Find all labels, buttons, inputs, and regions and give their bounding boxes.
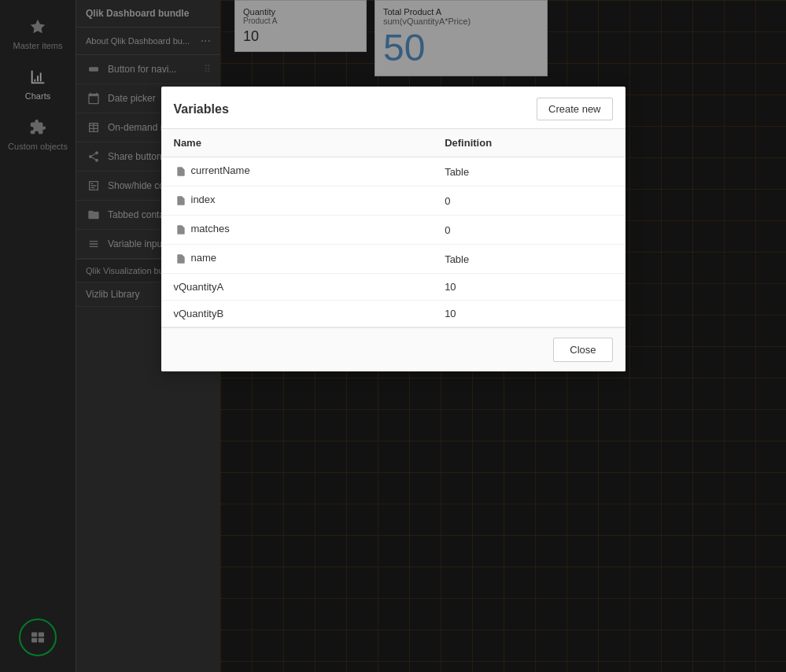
variable-name-cell: currentName [161, 157, 433, 186]
variable-name-text: index [191, 194, 216, 205]
variable-name-cell: index [161, 186, 433, 216]
close-button[interactable]: Close [553, 338, 612, 362]
variable-name-cell: vQuantityB [161, 301, 433, 327]
variable-icon [174, 164, 188, 179]
variable-definition-cell: 0 [432, 186, 625, 216]
variable-name-cell: vQuantityA [161, 274, 433, 301]
variable-name-cell: matches [161, 216, 433, 245]
col-definition-header: Definition [432, 129, 625, 157]
modal-header: Variables Create new [161, 87, 625, 129]
table-row[interactable]: matches0 [161, 216, 625, 245]
table-row[interactable]: nameTable [161, 245, 625, 274]
variable-name-text: name [191, 252, 217, 264]
create-new-button[interactable]: Create new [537, 98, 612, 120]
table-row[interactable]: vQuantityA10 [161, 274, 625, 301]
variable-definition-cell: Table [432, 245, 625, 274]
table-row[interactable]: index0 [161, 186, 625, 216]
col-name-header: Name [161, 129, 433, 157]
modal-footer: Close [161, 327, 625, 371]
variables-modal: Variables Create new Name Definition cur… [161, 87, 625, 371]
variable-definition-cell: 10 [432, 274, 625, 301]
variable-definition-cell: 10 [432, 301, 625, 327]
table-row[interactable]: vQuantityB10 [161, 301, 625, 327]
variable-name-text: vQuantityB [174, 308, 224, 319]
variable-name-text: currentName [191, 164, 250, 176]
variable-name-text: vQuantityA [174, 281, 224, 293]
variable-name-text: matches [191, 223, 230, 234]
variables-table: Name Definition currentNameTableindex0ma… [161, 129, 625, 327]
modal-overlay: Variables Create new Name Definition cur… [0, 0, 786, 672]
modal-title: Variables [174, 102, 229, 116]
table-row[interactable]: currentNameTable [161, 157, 625, 186]
variable-icon [174, 223, 188, 237]
variable-name-cell: name [161, 245, 433, 274]
variable-icon [174, 194, 188, 208]
variable-icon [174, 252, 188, 266]
variable-definition-cell: Table [432, 157, 625, 186]
variable-definition-cell: 0 [432, 216, 625, 245]
